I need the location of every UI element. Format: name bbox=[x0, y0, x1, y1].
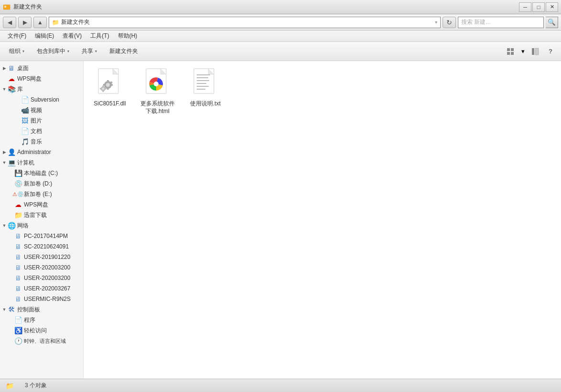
sidebar-label-disk-e: 新加卷 (E:) bbox=[24, 190, 52, 198]
view-dropdown-button[interactable]: ▾ bbox=[519, 45, 527, 58]
organize-button[interactable]: 组织 ▾ bbox=[4, 44, 30, 59]
sidebar-item-pc7[interactable]: 🖥 USERMIC-R9N2S bbox=[0, 294, 83, 304]
refresh-button[interactable]: ↻ bbox=[443, 17, 456, 28]
sidebar-item-pc3[interactable]: 🖥 USER-201901220 bbox=[0, 252, 83, 262]
expand-arrow-diskc bbox=[9, 171, 13, 175]
minimize-button[interactable]: ─ bbox=[519, 2, 531, 12]
maximize-button[interactable]: □ bbox=[532, 2, 545, 12]
menu-edit[interactable]: 编辑(E) bbox=[31, 31, 58, 41]
sidebar-item-picture[interactable]: 🖼 图片 bbox=[0, 115, 83, 126]
sidebar-label-network: 网络 bbox=[17, 222, 29, 230]
sidebar-label-thunder: 迅雷下载 bbox=[24, 211, 47, 219]
sidebar-item-subversion[interactable]: 📄 Subversion bbox=[0, 94, 83, 105]
statusbar: 📁 3 个对象 bbox=[0, 379, 561, 392]
svg-rect-30 bbox=[197, 77, 208, 78]
sidebar-item-time-lang[interactable]: 🕐 时钟、语言和区域 bbox=[0, 336, 83, 346]
sidebar-label-disk-d: 新加卷 (D:) bbox=[24, 180, 52, 188]
svg-rect-34 bbox=[197, 89, 205, 90]
thunder-icon: 📁 bbox=[14, 211, 22, 219]
sidebar-label-pc5: USER-202003200 bbox=[24, 275, 70, 281]
sidebar: ▶ 🖥 桌面 ☁ WPS网盘 ▼ 📚 库 📄 Subversion 📹 视频 bbox=[0, 61, 84, 379]
svg-point-26 bbox=[154, 82, 159, 86]
menu-view[interactable]: 查看(V) bbox=[59, 31, 85, 41]
svg-rect-31 bbox=[197, 80, 209, 81]
expand-arrow-wps bbox=[2, 76, 7, 81]
pc7-icon: 🖥 bbox=[14, 295, 22, 303]
expand-arrow-pc2 bbox=[9, 244, 13, 249]
share-button[interactable]: 共享 ▾ bbox=[76, 44, 102, 59]
search-button[interactable]: 🔍 bbox=[546, 17, 558, 28]
sidebar-item-desktop[interactable]: ▶ 🖥 桌面 bbox=[0, 63, 83, 73]
time-icon: 🕐 bbox=[14, 337, 22, 345]
sidebar-item-pc6[interactable]: 🖥 USER-202003267 bbox=[0, 283, 83, 294]
back-button[interactable]: ◀ bbox=[3, 17, 16, 28]
toolbar: 组织 ▾ 包含到库中 ▾ 共享 ▾ 新建文件夹 ▾ ? bbox=[0, 42, 561, 61]
expand-arrow-pic bbox=[15, 118, 20, 123]
file-item-txt[interactable]: 使用说明.txt bbox=[184, 66, 227, 117]
expand-arrow-video bbox=[15, 108, 20, 113]
sidebar-item-wps-cloud[interactable]: ☁ WPS网盘 bbox=[0, 73, 83, 84]
sidebar-item-pc4[interactable]: 🖥 USER-202003200 bbox=[0, 262, 83, 273]
titlebar: 新建文件夹 ─ □ ✕ bbox=[0, 0, 561, 14]
expand-arrow-diskd bbox=[9, 181, 13, 186]
expand-arrow: ▶ bbox=[2, 66, 7, 71]
dll-file-label: SiC8051F.dll bbox=[94, 100, 126, 108]
sidebar-item-ctrl-panel[interactable]: ▼ 🛠 控制面板 bbox=[0, 304, 83, 315]
sidebar-item-pc1[interactable]: 🖥 PC-20170414PM bbox=[0, 231, 83, 241]
svg-rect-1 bbox=[4, 6, 6, 8]
menu-file[interactable]: 文件(F) bbox=[4, 31, 30, 41]
sidebar-label-subversion: Subversion bbox=[31, 96, 59, 103]
sidebar-item-document[interactable]: 📄 文档 bbox=[0, 126, 83, 136]
pc4-icon: 🖥 bbox=[14, 264, 22, 271]
svg-rect-13 bbox=[107, 80, 109, 83]
sidebar-label-pc2: SC-20210624091 bbox=[24, 243, 69, 250]
up-button[interactable]: ▲ bbox=[33, 17, 47, 28]
expand-arrow-music bbox=[15, 139, 20, 144]
svg-rect-21 bbox=[103, 91, 104, 92]
menu-tools[interactable]: 工具(T) bbox=[86, 31, 113, 41]
sidebar-item-disk-d[interactable]: 💿 新加卷 (D:) bbox=[0, 178, 83, 189]
easy-access-icon: ♿ bbox=[14, 327, 22, 334]
wps2-icon: ☁ bbox=[14, 201, 22, 208]
close-button[interactable]: ✕ bbox=[546, 2, 558, 12]
forward-button[interactable]: ▶ bbox=[18, 17, 32, 28]
sidebar-label-library: 库 bbox=[17, 85, 23, 93]
sidebar-item-library[interactable]: ▼ 📚 库 bbox=[0, 84, 83, 94]
sidebar-item-disk-c[interactable]: 💾 本地磁盘 (C:) bbox=[0, 168, 83, 178]
svg-rect-3 bbox=[511, 48, 514, 51]
expand-arrow-pc6 bbox=[9, 286, 13, 291]
content-area: SiC8051F.dll bbox=[84, 61, 561, 379]
svg-rect-4 bbox=[507, 52, 510, 55]
sidebar-item-admin[interactable]: ▶ 👤 Administrator bbox=[0, 147, 83, 157]
sidebar-item-pc5[interactable]: 🖥 USER-202003200 bbox=[0, 273, 83, 283]
disk-d-icon: 💿 bbox=[14, 180, 22, 187]
sidebar-label-document: 文档 bbox=[31, 127, 42, 135]
expand-arrow-admin: ▶ bbox=[2, 150, 7, 155]
view-mode-button[interactable] bbox=[504, 45, 517, 58]
file-item-html[interactable]: 更多系统软件下载.html bbox=[136, 66, 179, 117]
sidebar-item-program[interactable]: 📄 程序 bbox=[0, 315, 83, 325]
panel-button[interactable] bbox=[529, 45, 542, 58]
svg-rect-29 bbox=[197, 74, 210, 75]
sidebar-item-music[interactable]: 🎵 音乐 bbox=[0, 136, 83, 147]
sidebar-item-pc2[interactable]: 🖥 SC-20210624091 bbox=[0, 241, 83, 252]
address-field[interactable]: 📁 新建文件夹 ▾ bbox=[49, 17, 441, 28]
sidebar-item-disk-e[interactable]: ⚠💿 新加卷 (E:) bbox=[0, 189, 83, 199]
help-button[interactable]: ? bbox=[544, 45, 557, 58]
ctrl-panel-icon: 🛠 bbox=[8, 306, 15, 313]
new-folder-button[interactable]: 新建文件夹 bbox=[104, 44, 143, 59]
sidebar-item-network[interactable]: ▼ 🌐 网络 bbox=[0, 220, 83, 231]
sidebar-label-wps2: WPS网盘 bbox=[24, 201, 48, 209]
search-box[interactable]: 搜索 新建... bbox=[458, 17, 544, 28]
sidebar-item-computer[interactable]: ▼ 💻 计算机 bbox=[0, 157, 83, 168]
svg-rect-16 bbox=[110, 84, 113, 86]
menu-help[interactable]: 帮助(H) bbox=[114, 31, 141, 41]
sidebar-item-video[interactable]: 📹 视频 bbox=[0, 105, 83, 115]
subversion-icon: 📄 bbox=[21, 96, 29, 103]
sidebar-item-easy-access[interactable]: ♿ 轻松访问 bbox=[0, 325, 83, 336]
file-item-dll[interactable]: SiC8051F.dll bbox=[88, 66, 131, 117]
svg-rect-33 bbox=[197, 86, 209, 87]
sidebar-item-thunder[interactable]: 📁 迅雷下载 bbox=[0, 210, 83, 220]
sidebar-item-wps2[interactable]: ☁ WPS网盘 bbox=[0, 199, 83, 210]
include-library-button[interactable]: 包含到库中 ▾ bbox=[32, 44, 74, 59]
